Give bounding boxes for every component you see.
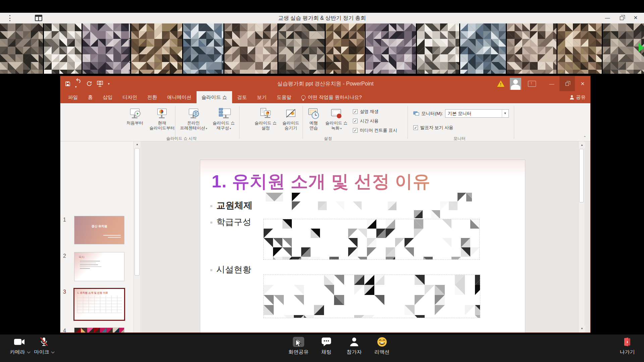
- rehearse-timings-button[interactable]: 예행 연습: [304, 105, 323, 131]
- presenter-view-checkbox[interactable]: ✓발표자 보기 사용: [413, 125, 453, 131]
- start-slideshow-icon[interactable]: [97, 81, 103, 87]
- slide-1-number: 1: [63, 217, 70, 223]
- editor-scroll-thumb[interactable]: [579, 149, 584, 202]
- strip-scroll-next-icon[interactable]: [639, 43, 644, 52]
- rehearse-clock-icon: [304, 105, 323, 119]
- tab-review[interactable]: 검토: [232, 91, 252, 103]
- ppt-minimize-button[interactable]: —: [544, 76, 559, 91]
- slide-canvas[interactable]: 1. 유치원 소개 및 선정 이유 교원체제 학급구성 시설현황: [200, 160, 525, 333]
- tab-animations[interactable]: 애니메이션: [162, 91, 197, 103]
- participant-video[interactable]: [278, 23, 325, 74]
- participant-video[interactable]: [83, 23, 130, 74]
- tab-help[interactable]: 도움말: [272, 91, 297, 103]
- slide-3-mini-title: 1. 유치원 소개 및 선정 이유: [77, 291, 122, 295]
- save-icon[interactable]: [65, 81, 70, 86]
- undo-button[interactable]: ▾: [75, 78, 82, 89]
- customize-qat-icon[interactable]: ▾: [108, 82, 110, 85]
- powerpoint-titlebar: 실습평가회 ppt 경산유치원 - PowerPoint ▾ ▾ ! — ✕: [60, 76, 590, 91]
- panel-scrollbar[interactable]: ▲: [133, 141, 140, 333]
- checkbox-checked-icon: ✓: [353, 119, 358, 123]
- slide-1-thumbnail[interactable]: 경산 유치원: [74, 216, 124, 244]
- meeting-title: 교생 실습 평가회 & 상반기 정기 총회: [0, 13, 644, 23]
- tab-insert[interactable]: 삽입: [98, 91, 118, 103]
- reactions-button[interactable]: 리액션: [369, 336, 395, 355]
- account-avatar[interactable]: [510, 78, 521, 90]
- meeting-app-window: 교생 실습 평가회 & 상반기 정기 총회 — ✕ 실습평가회 ppt 경산유치…: [0, 0, 644, 362]
- use-timings-checkbox[interactable]: ✓시간 사용: [353, 118, 379, 124]
- chevron-down-icon[interactable]: [27, 350, 30, 353]
- start-group-label: 슬라이드 쇼 시작: [166, 136, 197, 141]
- slide-2-thumbnail[interactable]: 목차: [74, 252, 124, 281]
- window-restore-button[interactable]: [616, 13, 627, 23]
- mic-button-muted[interactable]: 마이크: [31, 336, 56, 355]
- mini-table: [77, 296, 122, 313]
- tab-slideshow[interactable]: 슬라이드 쇼: [197, 91, 232, 103]
- scroll-up-icon[interactable]: ▲: [579, 142, 585, 148]
- share-button[interactable]: 공유: [570, 91, 586, 103]
- record-slideshow-button[interactable]: 슬라이드 쇼 녹화▾: [323, 105, 350, 131]
- scroll-down-icon[interactable]: ▼: [579, 326, 585, 332]
- ppt-content-area: 1 1 1 경산 유치원: [60, 141, 590, 333]
- hide-slide-button[interactable]: 슬라이드 숨기기: [280, 105, 301, 131]
- participants-button[interactable]: 참가자: [341, 336, 367, 355]
- scroll-up-icon[interactable]: ▲: [134, 141, 141, 147]
- undo-dropdown-icon[interactable]: ▾: [75, 85, 77, 88]
- participant-video[interactable]: [460, 23, 506, 74]
- chevron-down-icon[interactable]: [51, 350, 54, 353]
- leave-button[interactable]: 나가기: [614, 336, 640, 355]
- warning-icon[interactable]: !: [497, 80, 504, 87]
- collapse-ribbon-icon[interactable]: ⌃: [583, 135, 586, 140]
- slide-4-number: 4: [63, 328, 70, 333]
- checkbox-checked-icon: ✓: [353, 128, 358, 133]
- slideshow-current-icon: [149, 105, 175, 119]
- chat-button[interactable]: 채팅: [314, 336, 339, 355]
- participant-video[interactable]: [366, 23, 416, 74]
- window-close-button[interactable]: ✕: [630, 13, 641, 23]
- present-online-button[interactable]: 온라인 프레젠테이션▾: [180, 105, 207, 131]
- editor-scrollbar[interactable]: ▲ ▼: [578, 141, 584, 333]
- participant-video[interactable]: [0, 23, 43, 74]
- participant-video[interactable]: [417, 23, 459, 74]
- ppt-close-button[interactable]: ✕: [575, 76, 590, 91]
- dropdown-arrow-icon: ▾: [340, 127, 341, 130]
- redo-icon[interactable]: [87, 81, 92, 86]
- setup-slideshow-button[interactable]: 슬라이드 쇼 설정: [252, 105, 280, 131]
- checkbox-checked-icon: ✓: [413, 125, 418, 130]
- censored-table-region: [263, 275, 480, 318]
- tab-design[interactable]: 디자인: [118, 91, 143, 103]
- participant-video[interactable]: [507, 23, 556, 74]
- from-beginning-button[interactable]: 처음부터: [124, 105, 146, 126]
- slide-2-number: 2: [63, 253, 70, 259]
- ppt-restore-button[interactable]: [559, 76, 575, 91]
- play-narrations-checkbox[interactable]: ✓설명 재생: [353, 109, 379, 115]
- participant-video[interactable]: [557, 23, 602, 74]
- tab-file[interactable]: 파일: [63, 91, 83, 103]
- participant-video[interactable]: [326, 23, 365, 74]
- show-media-controls-checkbox[interactable]: ✓미디어 컨트롤 표시: [353, 127, 397, 133]
- slide-3-thumbnail-selected[interactable]: 1. 유치원 소개 및 선정 이유: [74, 289, 124, 320]
- tab-view[interactable]: 보기: [252, 91, 272, 103]
- tab-transitions[interactable]: 전환: [142, 91, 162, 103]
- hide-slide-icon: [280, 105, 301, 119]
- monitor-icon: [413, 111, 419, 116]
- participant-video[interactable]: [131, 23, 182, 74]
- camera-button[interactable]: 카메라: [7, 336, 32, 355]
- setup-show-icon: [252, 105, 280, 119]
- tell-me-box[interactable]: 어떤 작업을 원하시나요?: [297, 91, 367, 103]
- slide-4-thumbnail[interactable]: [74, 328, 124, 333]
- participant-video[interactable]: [224, 23, 277, 74]
- dropdown-arrow-icon: ▾: [230, 127, 231, 130]
- from-current-slide-button[interactable]: 현재 슬라이드부터: [149, 105, 175, 131]
- select-dropdown-icon[interactable]: ▼: [502, 110, 508, 117]
- panel-scroll-thumb[interactable]: [135, 148, 140, 276]
- window-minimize-button[interactable]: —: [602, 13, 613, 23]
- monitor-select[interactable]: 기본 모니터 ▼: [445, 109, 509, 118]
- participant-video[interactable]: [603, 23, 644, 74]
- participant-video[interactable]: [183, 23, 223, 74]
- ribbon-display-options-icon[interactable]: [528, 81, 536, 87]
- camera-icon: [7, 336, 32, 348]
- powerpoint-window: 실습평가회 ppt 경산유치원 - PowerPoint ▾ ▾ ! — ✕ 파…: [60, 76, 590, 333]
- custom-slideshow-button[interactable]: 슬라이드 쇼 재구성▾: [209, 105, 238, 131]
- tab-home[interactable]: 홈: [83, 91, 98, 103]
- participant-video[interactable]: [44, 23, 82, 74]
